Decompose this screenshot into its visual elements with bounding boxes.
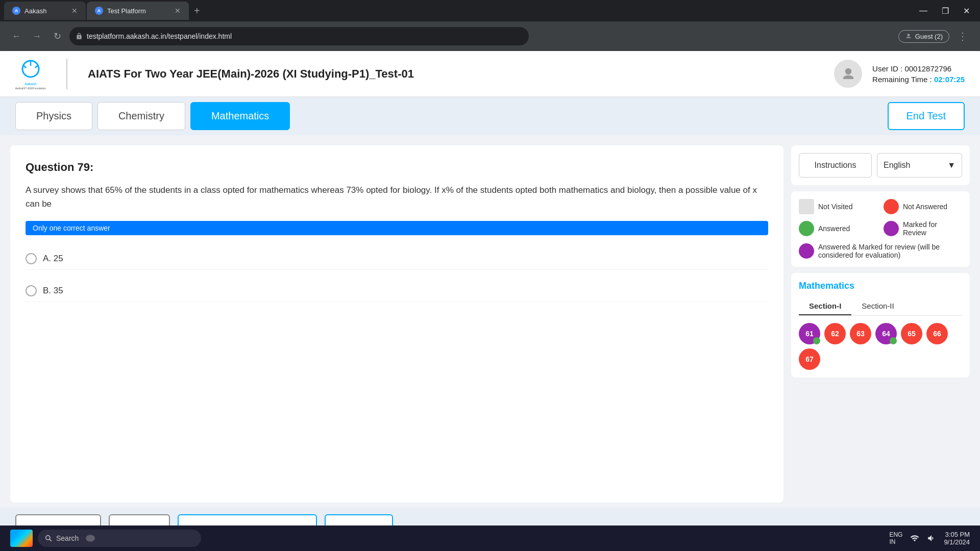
- back-button[interactable]: ←: [8, 28, 24, 44]
- remaining-time-label: Remaining Time: [872, 75, 927, 84]
- answer-type-badge: Only one correct answer: [26, 221, 768, 235]
- legend-marked-review: Marked for Review: [884, 220, 962, 237]
- kebab-menu-button[interactable]: ⋮: [953, 30, 972, 42]
- main-content: Question 79: A survey shows that 65% of …: [0, 135, 980, 508]
- tab-mathematics[interactable]: Mathematics: [190, 102, 290, 130]
- close-button[interactable]: ✕: [957, 6, 976, 16]
- section-tabs: Section-I Section-II: [799, 297, 962, 316]
- option-a-label: A. 25: [43, 254, 63, 264]
- tab-aakash[interactable]: A Aakash ✕: [4, 2, 86, 20]
- math-section-title: Mathematics: [799, 281, 962, 291]
- end-test-button[interactable]: End Test: [888, 102, 965, 130]
- user-id-label: User ID: [872, 64, 898, 73]
- q-btn-66[interactable]: 66: [926, 323, 948, 344]
- q-btn-64[interactable]: 64: [875, 323, 897, 344]
- section-tabs-panel: Mathematics Section-I Section-II 61 62 6…: [791, 273, 970, 378]
- speaker-icon: [927, 534, 936, 543]
- url-bar[interactable]: testplatform.aakash.ac.in/testpanel/inde…: [69, 27, 529, 45]
- section-ii-tab[interactable]: Section-II: [851, 297, 904, 315]
- instructions-button[interactable]: Instructions: [799, 153, 872, 178]
- app-container: Aakash Medical|IIT-JEE|Foundations AIATS…: [0, 51, 980, 551]
- address-bar: ← → ↻ testplatform.aakash.ac.in/testpane…: [0, 21, 980, 51]
- legend-dot-gray: [799, 199, 814, 214]
- legend-dot-mixed: [799, 243, 814, 259]
- user-id-row: User ID : 00012872796: [872, 64, 965, 73]
- tab-icon-testplatform: A: [95, 7, 103, 15]
- remaining-time-separator: :: [930, 75, 934, 84]
- taskbar-search-icon: [45, 535, 52, 542]
- legend-dot-green: [799, 221, 814, 236]
- legend-not-visited: Not Visited: [799, 199, 877, 214]
- q-btn-62[interactable]: 62: [824, 323, 846, 344]
- minimize-button[interactable]: —: [913, 6, 934, 16]
- time-row: Remaining Time : 02:07:25: [872, 75, 965, 84]
- options-list: A. 25 B. 35: [26, 248, 768, 302]
- q-num-65: 65: [908, 330, 916, 338]
- remaining-time-value: 02:07:25: [934, 75, 965, 84]
- legend-answered-marked-label: Answered & Marked for review (will be co…: [818, 243, 962, 259]
- section-i-tab[interactable]: Section-I: [799, 297, 851, 315]
- avatar: [834, 60, 862, 88]
- user-info: User ID : 00012872796 Remaining Time : 0…: [872, 64, 965, 84]
- test-title: AIATS For Two Year JEE(Main)-2026 (XI St…: [88, 67, 414, 81]
- right-sidebar: Instructions English ▼ Not Visited Not A…: [791, 145, 970, 503]
- option-b-label: B. 35: [43, 286, 63, 296]
- legend-dot-red: [884, 199, 899, 214]
- taskbar: Search ENG IN 3:05 PM 9/1/2024: [0, 525, 980, 551]
- legend-not-answered-label: Not Answered: [903, 203, 947, 211]
- radio-a[interactable]: [26, 253, 37, 264]
- q-num-63: 63: [856, 330, 865, 338]
- option-b[interactable]: B. 35: [26, 280, 768, 302]
- q-num-62: 62: [831, 330, 839, 338]
- q-btn-61[interactable]: 61: [799, 323, 820, 344]
- subject-tabs: Physics Chemistry Mathematics End Test: [0, 97, 980, 135]
- question-grid: 61 62 63 64 65: [799, 323, 962, 370]
- q-num-67: 67: [805, 355, 814, 363]
- taskbar-search-text: Search: [56, 534, 79, 542]
- radio-b[interactable]: [26, 285, 37, 296]
- profile-button[interactable]: Guest (2): [898, 30, 949, 43]
- taskbar-time: 3:05 PM 9/1/2024: [944, 531, 970, 546]
- lock-icon: [76, 33, 83, 40]
- small-green-64: [890, 337, 897, 344]
- svg-point-0: [907, 34, 910, 36]
- legend-marked-review-label: Marked for Review: [903, 220, 962, 237]
- start-button[interactable]: [10, 530, 33, 547]
- tab-chemistry[interactable]: Chemistry: [97, 102, 185, 130]
- tab-icon-aakash: A: [12, 7, 20, 15]
- tab-physics[interactable]: Physics: [15, 102, 92, 130]
- logo-area: Aakash Medical|IIT-JEE|Foundations AIATS…: [15, 59, 414, 89]
- q-btn-67[interactable]: 67: [799, 348, 820, 370]
- q-num-64: 64: [882, 330, 890, 338]
- tab-testplatform[interactable]: A Test Platform ✕: [87, 2, 189, 20]
- taskbar-right: ENG IN 3:05 PM 9/1/2024: [889, 531, 970, 546]
- tab-close-aakash[interactable]: ✕: [71, 7, 78, 15]
- header-right: User ID : 00012872796 Remaining Time : 0…: [834, 60, 965, 88]
- legend-not-answered: Not Answered: [884, 199, 962, 214]
- tab-bar: A Aakash ✕ A Test Platform ✕ + — ❐ ✕: [0, 0, 980, 21]
- legend-dot-purple: [884, 221, 899, 236]
- q-num-61: 61: [805, 330, 814, 338]
- svg-text:Aakash: Aakash: [24, 82, 36, 86]
- reload-button[interactable]: ↻: [49, 28, 65, 44]
- svg-point-7: [845, 68, 851, 74]
- forward-button[interactable]: →: [29, 28, 45, 44]
- q-btn-63[interactable]: 63: [850, 323, 871, 344]
- small-green-61: [813, 337, 820, 344]
- taskbar-search-icon2: [83, 532, 98, 544]
- tab-close-testplatform[interactable]: ✕: [175, 7, 181, 15]
- browser-chrome: A Aakash ✕ A Test Platform ✕ + — ❐ ✕ ← →…: [0, 0, 980, 51]
- language-select[interactable]: English ▼: [877, 153, 962, 178]
- restore-button[interactable]: ❐: [936, 6, 955, 16]
- new-tab-button[interactable]: +: [190, 5, 204, 17]
- time-display: 3:05 PM: [945, 531, 970, 538]
- taskbar-search[interactable]: Search: [38, 530, 201, 547]
- legend-answered-label: Answered: [818, 224, 850, 233]
- date-display: 9/1/2024: [944, 538, 970, 546]
- q-btn-65[interactable]: 65: [901, 323, 922, 344]
- legend-answered: Answered: [799, 220, 877, 237]
- url-text: testplatform.aakash.ac.in/testpanel/inde…: [87, 32, 232, 40]
- option-a[interactable]: A. 25: [26, 248, 768, 270]
- user-id-value: : 00012872796: [900, 64, 951, 73]
- taskbar-language: ENG IN: [889, 531, 902, 545]
